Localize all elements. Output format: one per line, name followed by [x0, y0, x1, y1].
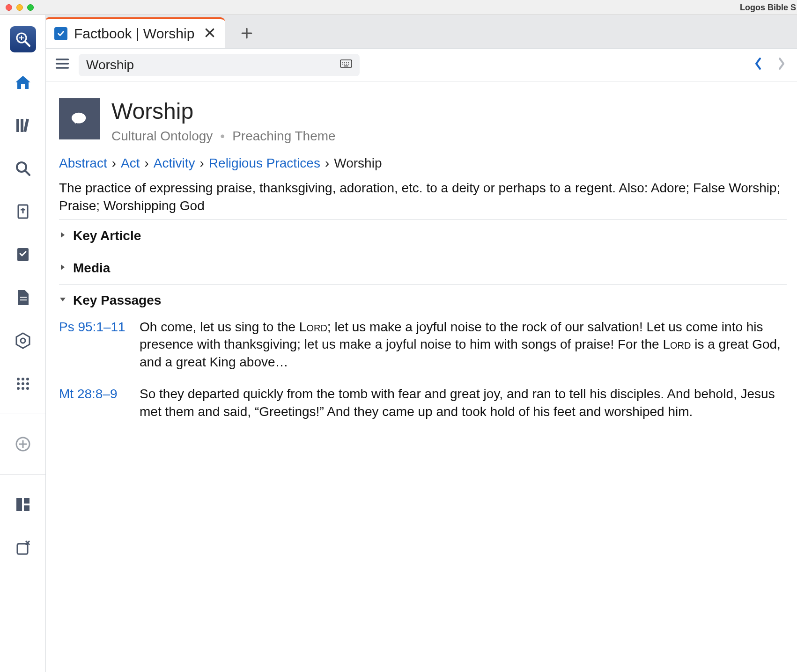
sidebar-rail	[0, 15, 46, 672]
svg-point-19	[26, 378, 29, 380]
home-icon[interactable]	[10, 69, 36, 95]
tab-factbook-worship[interactable]: Factbook | Worship	[46, 17, 225, 48]
section-header-key-article[interactable]: Key Article	[59, 228, 787, 243]
tab-factbook-icon	[54, 27, 67, 40]
guides-icon[interactable]	[10, 328, 36, 354]
sync-icon[interactable]	[10, 534, 36, 561]
breadcrumb: Abstract › Act › Activity › Religious Pr…	[59, 156, 787, 171]
svg-point-49	[346, 64, 347, 65]
passage-reference-link[interactable]: Mt 28:8–9	[59, 385, 129, 421]
passage-text: Oh come, let us sing to the Lord; let us…	[140, 318, 787, 371]
keyboard-icon[interactable]	[340, 59, 352, 71]
svg-point-46	[348, 62, 349, 63]
factbook-icon[interactable]	[10, 241, 36, 268]
minimize-window-button[interactable]	[16, 4, 23, 11]
tools-icon[interactable]	[10, 371, 36, 397]
svg-line-1	[25, 42, 30, 46]
library-icon[interactable]	[10, 112, 36, 139]
svg-rect-31	[24, 505, 30, 511]
section-header-media[interactable]: Media	[59, 261, 787, 276]
add-icon[interactable]	[10, 431, 36, 457]
triangle-down-icon	[59, 295, 66, 306]
new-tab-button[interactable]	[234, 20, 260, 46]
bible-icon[interactable]	[10, 198, 36, 225]
svg-rect-13	[20, 297, 27, 298]
history-nav	[753, 57, 787, 73]
window-title: Logos Bible S	[740, 0, 797, 15]
section-title: Media	[73, 261, 110, 276]
chevron-right-icon: ›	[325, 156, 329, 171]
document-icon[interactable]	[10, 285, 36, 311]
section-title: Key Passages	[73, 293, 161, 308]
back-button[interactable]	[753, 57, 763, 73]
panel-menu-button[interactable]	[54, 56, 70, 74]
svg-point-50	[348, 64, 349, 65]
chevron-right-icon: ›	[200, 156, 204, 171]
svg-point-17	[17, 378, 20, 380]
layouts-icon[interactable]	[10, 491, 36, 518]
crumb-current: Worship	[334, 156, 382, 171]
passage-row: Ps 95:1–11 Oh come, let us sing to the L…	[59, 318, 787, 371]
tab-strip: Factbook | Worship	[46, 15, 797, 49]
chevron-right-icon: ›	[112, 156, 116, 171]
svg-rect-51	[344, 66, 348, 66]
svg-point-47	[342, 64, 343, 65]
close-tab-button[interactable]	[205, 28, 215, 40]
panel-toolbar: Worship	[46, 49, 797, 81]
svg-rect-6	[23, 119, 29, 132]
crumb-abstract[interactable]: Abstract	[59, 156, 107, 171]
svg-rect-4	[16, 119, 19, 132]
svg-point-18	[22, 378, 24, 380]
svg-point-20	[17, 382, 20, 385]
section-key-article: Key Article	[59, 219, 787, 252]
passages-list: Ps 95:1–11 Oh come, let us sing to the L…	[59, 318, 787, 421]
svg-marker-55	[60, 298, 66, 301]
svg-point-24	[22, 387, 24, 390]
topic-hero: Worship Cultural Ontology • Preaching Th…	[59, 98, 787, 144]
section-header-key-passages[interactable]: Key Passages	[59, 293, 787, 308]
passage-row: Mt 28:8–9 So they departed quickly from …	[59, 385, 787, 421]
search-icon[interactable]	[10, 155, 36, 182]
svg-point-44	[344, 62, 345, 63]
crumb-act[interactable]: Act	[121, 156, 140, 171]
passage-text: So they departed quickly from the tomb w…	[140, 385, 787, 421]
svg-point-45	[346, 62, 347, 63]
search-value: Worship	[86, 58, 334, 73]
svg-point-25	[26, 387, 29, 390]
close-window-button[interactable]	[6, 4, 12, 11]
topic-description: The practice of expressing praise, thank…	[59, 179, 787, 215]
triangle-right-icon	[59, 263, 66, 273]
svg-point-16	[21, 338, 25, 343]
app-logo-icon[interactable]	[10, 26, 36, 52]
svg-rect-32	[17, 544, 28, 554]
svg-marker-15	[16, 333, 30, 348]
content-area: Worship Cultural Ontology • Preaching Th…	[46, 81, 797, 429]
svg-point-48	[344, 64, 345, 65]
svg-rect-30	[24, 498, 30, 504]
traffic-lights	[6, 4, 34, 11]
forward-button[interactable]	[776, 57, 787, 73]
crumb-activity[interactable]: Activity	[154, 156, 195, 171]
window-titlebar: Logos Bible S	[0, 0, 797, 15]
passage-reference-link[interactable]: Ps 95:1–11	[59, 318, 129, 371]
section-title: Key Article	[73, 228, 141, 243]
section-media: Media	[59, 252, 787, 284]
svg-rect-29	[16, 498, 22, 511]
topic-icon	[59, 98, 100, 139]
svg-rect-5	[21, 119, 23, 132]
chevron-right-icon: ›	[145, 156, 149, 171]
svg-line-8	[25, 171, 30, 175]
triangle-right-icon	[59, 230, 66, 241]
topic-categories: Cultural Ontology • Preaching Theme	[111, 129, 336, 144]
svg-marker-53	[61, 232, 65, 238]
svg-point-23	[17, 387, 20, 390]
svg-rect-14	[20, 299, 27, 300]
crumb-religious-practices[interactable]: Religious Practices	[209, 156, 320, 171]
svg-marker-54	[61, 264, 65, 270]
svg-point-21	[22, 382, 24, 385]
tab-title: Factbook | Worship	[74, 26, 194, 42]
topic-search-input[interactable]: Worship	[79, 54, 360, 76]
fullscreen-window-button[interactable]	[27, 4, 34, 11]
svg-point-22	[26, 382, 29, 385]
category-cultural-ontology: Cultural Ontology	[111, 129, 213, 144]
